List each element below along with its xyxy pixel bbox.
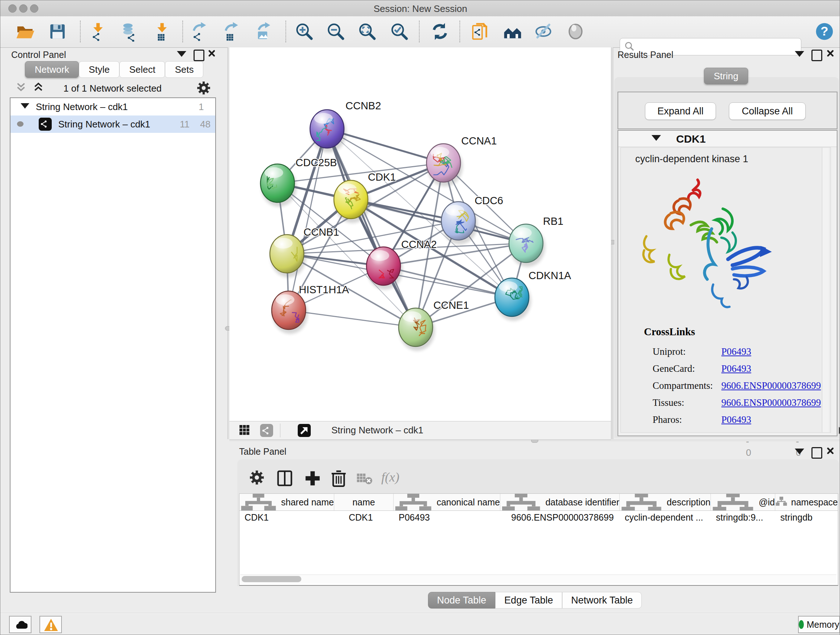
protein-card-expander-icon[interactable] xyxy=(652,135,661,141)
network-edge[interactable] xyxy=(289,310,416,327)
warning-icon xyxy=(43,617,58,632)
clone-network-icon[interactable] xyxy=(470,21,491,42)
expand-all-button[interactable]: Expand All xyxy=(645,103,716,120)
control-panel-maximize-icon[interactable] xyxy=(194,50,204,61)
crosslink-uniprot[interactable]: P06493 xyxy=(722,346,752,357)
memory-status-icon xyxy=(799,620,804,629)
refresh-icon[interactable] xyxy=(430,21,450,42)
cloud-button[interactable] xyxy=(9,616,32,633)
tab-node-table[interactable]: Node Table xyxy=(428,592,495,608)
column-header-namespace[interactable]: namespace xyxy=(775,494,838,510)
network-node-HIST1H1A[interactable] xyxy=(272,291,306,329)
warnings-button[interactable] xyxy=(39,616,62,633)
tab-select[interactable]: Select xyxy=(119,61,165,78)
control-panel-float-icon[interactable] xyxy=(177,51,186,57)
add-column-icon[interactable] xyxy=(302,468,321,487)
network-node-RB1[interactable] xyxy=(509,224,543,263)
table-scrollbar-thumb[interactable] xyxy=(242,576,302,582)
delete-column-icon[interactable] xyxy=(328,468,347,487)
network-node-CDC6[interactable] xyxy=(441,202,475,240)
memory-label: Memory xyxy=(807,619,839,630)
network-thumbnail-icon[interactable] xyxy=(260,424,273,437)
export-network-icon[interactable] xyxy=(189,21,210,42)
network-canvas[interactable]: CCNB2CCNA1CDC25BCDK1CDC6RB1CCNB1CCNA2CDK… xyxy=(229,48,611,421)
column-header-id[interactable]: @id xyxy=(711,494,775,510)
results-panel-maximize-icon[interactable] xyxy=(812,50,822,61)
results-panel-float-icon[interactable] xyxy=(795,51,804,57)
tab-sets[interactable]: Sets xyxy=(165,61,203,78)
network-node-CCNA2[interactable] xyxy=(366,247,401,285)
network-list: String Network – cdk1 1 String Network –… xyxy=(10,97,216,593)
memory-button[interactable]: Memory xyxy=(798,616,840,633)
tab-string[interactable]: String xyxy=(704,68,748,84)
table-panel-float-icon[interactable] xyxy=(795,448,804,454)
network-collection-row[interactable]: String Network – cdk1 1 xyxy=(11,98,215,116)
node-label-CDC6: CDC6 xyxy=(475,195,503,206)
column-header-description[interactable]: description xyxy=(620,494,711,510)
save-session-icon[interactable] xyxy=(47,21,68,42)
export-image-icon[interactable] xyxy=(253,21,273,42)
column-header-database-identifier[interactable]: database identifier xyxy=(500,494,620,510)
string-network-icon xyxy=(39,118,52,131)
network-node-CDK1[interactable] xyxy=(334,180,368,219)
network-node-CCNA1[interactable] xyxy=(426,144,461,182)
show-columns-icon[interactable] xyxy=(275,468,294,487)
crosslink-genecard[interactable]: P06493 xyxy=(722,363,752,374)
crosslink-row: Uniprot:P06493 xyxy=(653,343,821,360)
crosslink-pharos[interactable]: P06493 xyxy=(722,414,752,425)
network-node-CCNB1[interactable] xyxy=(270,234,304,273)
network-selection-status: 1 of 1 Network selected xyxy=(47,83,178,94)
network-edge[interactable] xyxy=(327,129,416,327)
toolbar-separator xyxy=(419,21,420,42)
open-session-icon[interactable] xyxy=(15,21,35,42)
show-details-icon[interactable] xyxy=(565,21,586,42)
table-panel-maximize-icon[interactable] xyxy=(812,447,822,459)
network-edge[interactable] xyxy=(384,266,512,297)
import-network-icon[interactable] xyxy=(88,21,108,42)
network-node-CDKN1A[interactable] xyxy=(495,278,529,317)
network-node-CDC25B[interactable] xyxy=(261,164,294,203)
control-panel-close-icon[interactable] xyxy=(208,50,218,60)
table-options-gear-icon[interactable] xyxy=(248,468,266,487)
collapse-all-button[interactable]: Collapse All xyxy=(729,103,806,120)
collection-expander-icon[interactable] xyxy=(21,103,29,109)
network-node-CCNE1[interactable] xyxy=(399,308,433,347)
collapse-all-networks-icon[interactable] xyxy=(15,81,28,94)
tab-network[interactable]: Network xyxy=(25,61,79,78)
protein-card-header[interactable]: CDK1 xyxy=(618,131,837,147)
node-table: shared name name canonical name database… xyxy=(239,494,838,586)
network-edge[interactable] xyxy=(289,129,327,310)
tab-style[interactable]: Style xyxy=(79,61,119,78)
tab-edge-table[interactable]: Edge Table xyxy=(495,592,562,608)
network-row[interactable]: String Network – cdk1 11 48 xyxy=(11,116,215,133)
table-panel-close-icon[interactable] xyxy=(827,447,837,457)
network-node-CCNB2[interactable] xyxy=(310,110,344,148)
zoom-fit-icon[interactable] xyxy=(357,21,377,42)
tab-network-table[interactable]: Network Table xyxy=(562,592,642,608)
home-icon[interactable] xyxy=(502,21,523,42)
zoom-selected-icon[interactable] xyxy=(389,21,409,42)
crosslinks-heading: CrossLinks xyxy=(644,326,695,338)
export-table-icon[interactable] xyxy=(221,21,241,42)
network-options-gear-icon[interactable] xyxy=(195,79,212,97)
results-panel-close-icon[interactable] xyxy=(827,50,837,60)
table-row[interactable]: CDK1 CDK1 P06493 9606.ENSP00000378699 cy… xyxy=(240,511,838,525)
import-table-icon[interactable] xyxy=(152,21,172,42)
crosslink-tissues[interactable]: 9606.ENSP00000378699 xyxy=(722,397,821,408)
crosslinks-list: Uniprot:P06493 GeneCard:P06493 Compartme… xyxy=(653,343,821,428)
detach-view-icon[interactable] xyxy=(297,424,311,437)
table-panel-title: Table Panel xyxy=(239,447,286,457)
help-icon[interactable]: ? xyxy=(814,21,835,42)
column-header-shared-name[interactable]: shared name xyxy=(240,494,334,510)
results-scrollbar[interactable] xyxy=(822,148,829,432)
network-edge[interactable] xyxy=(327,129,444,163)
expand-all-networks-icon[interactable] xyxy=(32,81,45,94)
column-header-canonical-name[interactable]: canonical name xyxy=(393,494,500,510)
hide-selected-icon[interactable] xyxy=(533,21,554,42)
grid-view-icon[interactable] xyxy=(238,424,252,437)
column-header-name[interactable]: name xyxy=(334,494,393,510)
zoom-in-icon[interactable] xyxy=(294,21,314,42)
crosslink-compartments[interactable]: 9606.ENSP00000378699 xyxy=(722,380,821,391)
zoom-out-icon[interactable] xyxy=(325,21,346,42)
import-database-icon[interactable] xyxy=(118,21,139,42)
